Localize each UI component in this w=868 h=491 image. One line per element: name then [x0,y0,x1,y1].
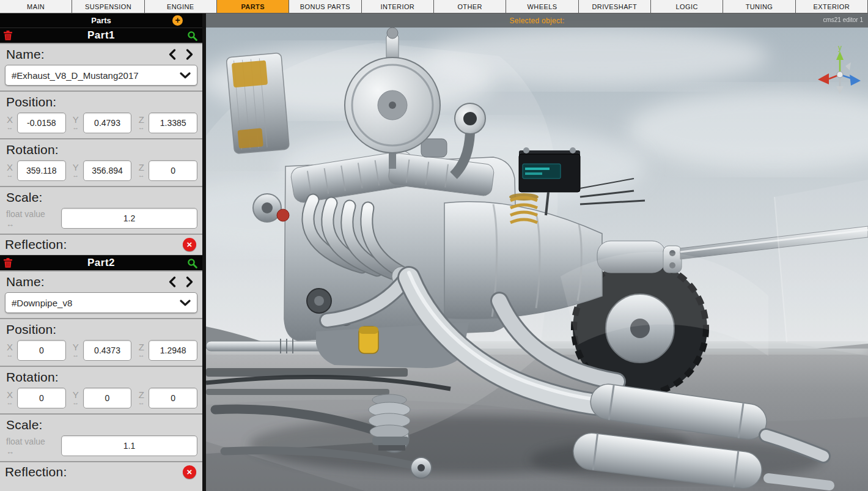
name-nav-arrows [168,49,196,60]
tab-engine[interactable]: ENGINE [145,0,217,13]
focus-part1-button[interactable] [187,31,197,41]
part1-name-value: #Exhaust_V8_D_Mustang2017 [12,70,139,81]
part1-prev-name-button[interactable] [168,49,176,60]
y-axis-label: Y↔ [71,163,81,179]
tab-exterior[interactable]: EXTERIOR [796,0,868,13]
tab-wheels[interactable]: WHEELS [506,0,578,13]
part1-rotation-y-input[interactable] [83,160,132,181]
part2-position-z-input[interactable] [149,340,197,361]
part2-name-value: #Downpipe_v8 [12,298,72,308]
part1-position-section: Position: X↔ Y↔ Z↔ [0,90,202,138]
tab-main[interactable]: MAIN [0,0,72,13]
add-part-button[interactable]: + [172,15,183,26]
viewport-3d[interactable]: Selected object: cms21 editor 1 y [206,13,868,491]
selected-object-label: Selected object: [509,17,564,25]
part2-scale-input[interactable] [61,435,197,456]
x-axis-label: X↔ [5,390,15,406]
axis-arrows-icon: ↔ [7,352,13,358]
part2-prev-name-button[interactable] [168,276,176,287]
delete-part1-button[interactable] [4,31,12,40]
gizmo-y-axis-icon [836,51,844,60]
x-axis-label: X↔ [5,115,15,131]
axis-arrows-icon: ↔ [138,124,145,131]
axis-arrows-icon: ↔ [72,399,79,406]
y-axis-label: Y↔ [71,115,81,131]
axis-arrows-icon: ↔ [7,124,13,131]
part2-position-y-input[interactable] [83,340,132,361]
tab-other[interactable]: OTHER [434,0,506,13]
reflection-label: Reflection: [5,237,67,252]
gizmo-neg-axis-icon [836,86,844,94]
cms21-editor-window: MAIN SUSPENSION ENGINE PARTS BONUS PARTS… [0,0,868,491]
part1-position-z-input[interactable] [149,113,197,133]
part1-rotation-z-input[interactable] [149,160,197,181]
part1-scale-input[interactable] [61,208,197,229]
part1-position-x-input[interactable] [17,113,66,133]
delete-part2-button[interactable] [4,258,12,268]
tab-logic[interactable]: LOGIC [651,0,723,13]
part2-name-dropdown[interactable]: #Downpipe_v8 [5,292,197,313]
part1-rotation-x-input[interactable] [17,160,66,181]
tab-bonus-parts[interactable]: BONUS PARTS [289,0,361,13]
axis-arrows-icon: ↔ [138,172,145,179]
editor-watermark: cms21 editor 1 [823,17,863,23]
tab-suspension[interactable]: SUSPENSION [72,0,144,13]
tab-interior[interactable]: INTERIOR [362,0,434,13]
tab-parts[interactable]: PARTS [217,0,289,13]
y-axis-label: Y↔ [71,342,81,358]
part1-next-name-button[interactable] [186,49,194,60]
part2-scale-section: Scale: float value ↔ [0,413,202,461]
part2-rotation-x-input[interactable] [17,388,66,408]
part2-rotation-section: Rotation: X↔ Y↔ Z↔ [0,366,202,413]
chevron-right-icon [186,49,194,60]
reflection-label: Reflection: [5,465,67,479]
axis-arrows-icon: ↔ [7,399,13,406]
axis-arrows-icon: ↔ [138,352,145,358]
part2-remove-reflection-button[interactable]: × [183,465,196,479]
part1-remove-reflection-button[interactable]: × [183,238,196,251]
part1-rotation-section: Rotation: X↔ Y↔ Z↔ [0,138,202,186]
gizmo-x-axis-icon [818,73,829,84]
panel-header: Parts + [0,13,202,28]
panel-title: Parts [91,16,111,25]
top-tab-bar: MAIN SUSPENSION ENGINE PARTS BONUS PARTS… [0,0,868,13]
part2-position-x-input[interactable] [17,340,66,361]
parts-panel: Parts + Part1 [0,13,206,491]
axis-arrows-icon: ↔ [72,172,79,179]
trash-icon [4,31,12,40]
part2-position-section: Position: X↔ Y↔ Z↔ [0,318,202,366]
part1-reflection-row: Reflection: × [0,234,202,255]
axis-arrows-icon: ↔ [138,399,145,406]
part2-rotation-y-input[interactable] [83,388,132,408]
tab-tuning[interactable]: TUNING [723,0,795,13]
scale-label: Scale: [6,190,43,205]
chevron-right-icon [186,276,194,287]
part2-next-name-button[interactable] [186,276,194,287]
focus-part2-button[interactable] [187,258,197,268]
part2-reflection-row: Reflection: × [0,461,202,482]
float-value-hint: float value ↔ [5,209,55,228]
z-axis-label: Z↔ [136,342,146,358]
x-axis-label: X↔ [5,342,15,358]
scene-3d-render[interactable] [206,13,868,491]
axis-arrows-icon: ↔ [6,448,55,456]
axis-gizmo[interactable]: y [813,43,864,98]
z-axis-label: Z↔ [136,390,146,406]
part1-title: Part1 [87,29,115,42]
chevron-left-icon [168,276,176,287]
part2-name-section: Name: #Downpipe_v8 [0,270,202,318]
rotation-label: Rotation: [6,370,59,385]
rotation-label: Rotation: [6,142,59,157]
part1-name-dropdown[interactable]: #Exhaust_V8_D_Mustang2017 [5,65,197,86]
part2-rotation-z-input[interactable] [149,388,197,408]
y-axis-label: Y↔ [71,390,81,406]
float-value-hint: float value ↔ [5,437,55,456]
axis-arrows-icon: ↔ [7,172,13,179]
part1-name-section: Name: #Exhaust_V8_D_Mustang2017 [0,43,202,90]
axis-arrows-icon: ↔ [6,220,55,228]
axis-arrows-icon: ↔ [72,352,79,358]
z-axis-label: Z↔ [136,163,146,179]
part2-header: Part2 [0,255,202,270]
tab-driveshaft[interactable]: DRIVESHAFT [579,0,651,13]
part1-position-y-input[interactable] [83,113,132,133]
